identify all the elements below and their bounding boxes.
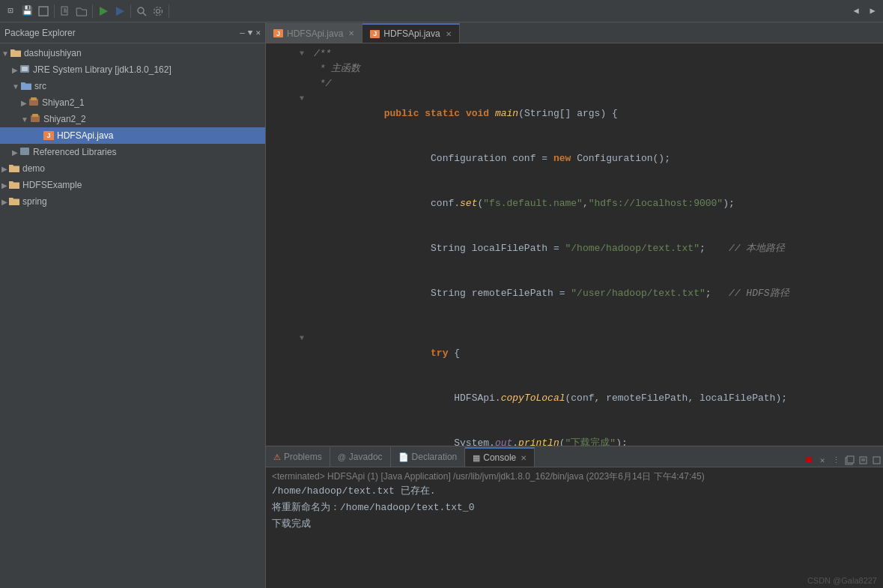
- java-file-icon-hdfsapi: J: [43, 131, 54, 140]
- console-terminated-line: <terminated> HDFSApi (1) [Java Applicati…: [272, 470, 877, 483]
- svg-line-8: [143, 13, 146, 16]
- toolbar-btn-back[interactable]: ◀: [849, 4, 864, 19]
- tab-declaration[interactable]: 📄 Declaration: [391, 447, 466, 467]
- tree-item-src[interactable]: ▼ src: [0, 78, 265, 94]
- console-copy-btn[interactable]: [843, 453, 856, 467]
- code-line-3: */: [266, 76, 883, 91]
- toolbar-btn-run[interactable]: [96, 4, 111, 19]
- problems-icon: ⚠: [273, 452, 281, 462]
- toolbar-btn-forward[interactable]: ▶: [865, 4, 880, 19]
- toolbar-btn-search[interactable]: [134, 4, 149, 19]
- arrow-shiyan2-1: ▶: [21, 99, 27, 107]
- tab-hdfsapi-2[interactable]: J HDFSApi.java ✕: [362, 23, 459, 43]
- tree-item-dashujushiyan[interactable]: ▼ dashujushiyan: [0, 45, 265, 61]
- code-line-5: Configuration conf = new Configuration()…: [266, 136, 883, 181]
- code-editor[interactable]: ▼ /** * 主函数 */ ▼: [266, 43, 883, 446]
- arrow-src: ▼: [12, 82, 19, 91]
- tree-item-hdfsexample[interactable]: ▶ HDFSExample: [0, 177, 265, 193]
- main-area: Package Explorer — ▼ ✕ ▼ dashujushiyan ▶…: [0, 22, 883, 588]
- reflibs-icon: [19, 147, 30, 157]
- toolbar-btn-1[interactable]: ⊡: [3, 4, 18, 19]
- tab-close-1[interactable]: ✕: [348, 29, 354, 37]
- watermark: CSDN @Gala8227: [807, 576, 877, 585]
- svg-rect-0: [39, 7, 48, 16]
- tree-item-reflibs[interactable]: ▶ Referenced Libraries: [0, 144, 265, 160]
- code-line-8: String remoteFilePath = "/user/hadoop/te…: [266, 271, 883, 316]
- line-code-12: System.out.println("下载完成");: [308, 421, 883, 446]
- console-stop-btn[interactable]: ■: [802, 453, 816, 467]
- code-line-10: ▼ try {: [266, 331, 883, 376]
- console-pin-btn[interactable]: [856, 453, 870, 467]
- svg-point-10: [154, 7, 163, 15]
- svg-rect-21: [847, 456, 854, 463]
- tree-label-shiyan2-2: Shiyan2_2: [43, 114, 86, 124]
- code-line-2: * 主函数: [266, 61, 883, 76]
- console-wrapper: <terminated> HDFSApi (1) [Java Applicati…: [266, 467, 883, 588]
- javadoc-icon: @: [338, 452, 346, 461]
- folder-icon-demo: [9, 163, 19, 175]
- fold-btn-10[interactable]: ▼: [296, 331, 308, 346]
- svg-marker-6: [116, 7, 124, 16]
- tab-console-close[interactable]: ✕: [521, 454, 527, 462]
- toolbar-btn-debug[interactable]: [112, 4, 127, 19]
- console-wrap-btn[interactable]: [870, 453, 883, 467]
- svg-rect-19: [20, 148, 29, 155]
- tree-item-shiyan2-1[interactable]: ▶ Shiyan2_1: [0, 94, 265, 111]
- separator-3: [130, 4, 131, 18]
- separator-2: [92, 4, 93, 18]
- toolbar-btn-settings[interactable]: [151, 4, 166, 19]
- tree-label-hdfsexample: HDFSExample: [22, 180, 82, 190]
- code-line-1: ▼ /**: [266, 46, 883, 61]
- src-icon: [21, 81, 31, 92]
- sidebar-minimize[interactable]: —: [240, 28, 245, 37]
- svg-rect-25: [873, 457, 880, 464]
- tab-close-2[interactable]: ✕: [446, 30, 452, 38]
- tab-problems[interactable]: ⚠ Problems: [266, 447, 330, 467]
- bottom-panel: ⚠ Problems @ Javadoc 📄 Declaration ▦ Con…: [266, 446, 883, 588]
- tree-label-reflibs: Referenced Libraries: [33, 147, 116, 157]
- tree-item-spring[interactable]: ▶ spring: [0, 193, 265, 210]
- console-content: <terminated> HDFSApi (1) [Java Applicati…: [266, 467, 883, 536]
- folder-icon-spring: [9, 196, 19, 207]
- tab-hdfsapi-1[interactable]: J HDFSApi.java ✕: [266, 23, 362, 43]
- tab-javadoc[interactable]: @ Javadoc: [330, 447, 391, 467]
- console-menu-btn[interactable]: ⋮: [829, 453, 843, 467]
- tab-label-1: HDFSApi.java: [287, 28, 343, 39]
- tree-label-hdfsapi: HDFSApi.java: [57, 130, 113, 141]
- tree-item-hdfsapi[interactable]: J HDFSApi.java: [0, 127, 265, 144]
- sidebar-tree: ▼ dashujushiyan ▶ JRE System Library [jd…: [0, 43, 265, 588]
- separator-1: [54, 4, 55, 18]
- fold-btn-4[interactable]: ▼: [296, 91, 308, 106]
- sidebar-title: Package Explorer: [4, 28, 237, 38]
- tree-item-shiyan2-2[interactable]: ▼ Shiyan2_2: [0, 111, 265, 127]
- arrow-spring: ▶: [1, 198, 7, 206]
- sidebar-close[interactable]: ✕: [255, 28, 261, 37]
- jre-icon: [19, 64, 30, 75]
- tab-console-label: Console: [483, 452, 516, 463]
- code-content: ▼ /** * 主函数 */ ▼: [266, 43, 883, 446]
- tree-item-demo[interactable]: ▶ demo: [0, 160, 265, 177]
- tab-label-2: HDFSApi.java: [383, 28, 440, 39]
- toolbar-btn-save[interactable]: 💾: [19, 4, 34, 19]
- tree-label-src: src: [34, 81, 46, 91]
- tab-javadoc-label: Javadoc: [349, 452, 383, 462]
- sidebar-menu[interactable]: ▼: [248, 28, 253, 37]
- tab-declaration-label: Declaration: [412, 452, 458, 462]
- tab-java-icon-2: J: [370, 30, 380, 38]
- toolbar-btn-3[interactable]: [36, 4, 51, 19]
- code-line-12: System.out.println("下载完成");: [266, 421, 883, 446]
- tab-console[interactable]: ▦ Console ✕: [465, 447, 535, 467]
- console-remove-btn[interactable]: ✕: [816, 453, 829, 467]
- package-explorer-panel: Package Explorer — ▼ ✕ ▼ dashujushiyan ▶…: [0, 22, 266, 588]
- toolbar-btn-new[interactable]: [58, 4, 73, 19]
- sidebar-header: Package Explorer — ▼ ✕: [0, 22, 265, 43]
- fold-btn-1[interactable]: ▼: [296, 46, 308, 61]
- line-code-2: * 主函数: [308, 61, 883, 76]
- svg-point-7: [138, 7, 144, 13]
- tree-item-jre[interactable]: ▶ JRE System Library [jdk1.8.0_162]: [0, 61, 265, 78]
- line-code-3: */: [308, 76, 883, 91]
- code-line-7: String localFilePath = "/home/hadoop/tex…: [266, 226, 883, 271]
- toolbar-btn-open[interactable]: [74, 4, 89, 19]
- console-output-line-2: 将重新命名为：/home/hadoop/text.txt_0: [272, 500, 877, 516]
- tree-label-spring: spring: [22, 196, 47, 207]
